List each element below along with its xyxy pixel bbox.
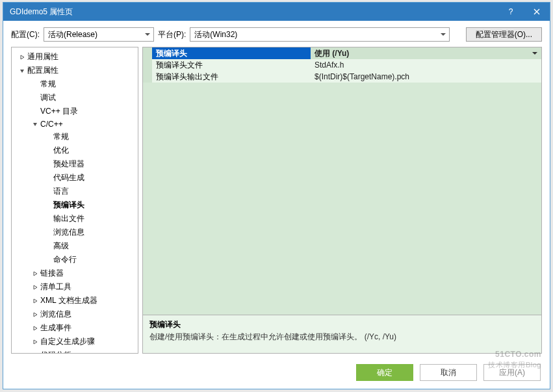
grid-row[interactable]: 预编译头文件StdAfx.h bbox=[143, 59, 541, 71]
property-grid: 预编译头 使用 (/Yu) 预编译头文件StdAfx.h预编译头输出文件$(In… bbox=[143, 47, 541, 315]
tree-item-label: 优化 bbox=[53, 145, 69, 156]
tree-item-label: 代码生成 bbox=[53, 172, 84, 183]
grid-cell-name: 预编译头文件 bbox=[143, 59, 311, 71]
chevron-right-icon[interactable] bbox=[31, 338, 39, 346]
tree-item-label: 输出文件 bbox=[53, 213, 84, 224]
tree-spacer bbox=[44, 242, 52, 250]
tree-item[interactable]: 常规 bbox=[12, 130, 138, 144]
tree-item[interactable]: 代码生成 bbox=[12, 171, 138, 185]
chevron-right-icon[interactable] bbox=[31, 352, 39, 354]
tree-item[interactable]: C/C++ bbox=[12, 118, 138, 130]
cancel-button[interactable]: 取消 bbox=[420, 364, 477, 381]
tree-spacer bbox=[44, 215, 52, 223]
description-text: 创建/使用预编译头：在生成过程中允许创建或使用预编译头。 (/Yc, /Yu) bbox=[149, 332, 535, 343]
tree-item-label: 高级 bbox=[53, 241, 69, 252]
tree-item-label: 生成事件 bbox=[40, 322, 71, 333]
tree-item[interactable]: 高级 bbox=[12, 239, 138, 253]
tree-item[interactable]: 配置属性 bbox=[12, 64, 138, 77]
window-title: GDIdemo5 属性页 bbox=[10, 7, 498, 18]
grid-cell-value[interactable]: $(IntDir)$(TargetName).pch bbox=[311, 71, 541, 83]
tree-item-label: 清单工具 bbox=[40, 281, 71, 293]
tree-item[interactable]: 浏览信息 bbox=[12, 226, 138, 239]
close-icon bbox=[534, 8, 540, 15]
property-tree[interactable]: 通用属性配置属性常规调试VC++ 目录C/C++常规优化预处理器代码生成语言预编… bbox=[11, 47, 138, 354]
tree-item[interactable]: 预处理器 bbox=[12, 157, 138, 171]
tree-item[interactable]: 链接器 bbox=[12, 267, 138, 280]
chevron-down-icon[interactable] bbox=[31, 120, 39, 128]
help-button[interactable]: ? bbox=[498, 3, 524, 21]
grid-header-row[interactable]: 预编译头 使用 (/Yu) bbox=[143, 47, 541, 59]
tree-item[interactable]: 代码分析 bbox=[12, 348, 138, 354]
chevron-right-icon[interactable] bbox=[31, 297, 39, 305]
tree-item[interactable]: 优化 bbox=[12, 144, 138, 157]
grid-header-value[interactable]: 使用 (/Yu) bbox=[311, 47, 541, 59]
chevron-right-icon[interactable] bbox=[31, 283, 39, 291]
titlebar: GDIdemo5 属性页 ? bbox=[3, 3, 550, 21]
tree-item-label: 常规 bbox=[40, 79, 56, 90]
tree-item[interactable]: 自定义生成步骤 bbox=[12, 335, 138, 348]
tree-spacer bbox=[44, 188, 52, 196]
tree-item-label: 自定义生成步骤 bbox=[40, 336, 95, 347]
tree-item[interactable]: 浏览信息 bbox=[12, 307, 138, 321]
tree-item[interactable]: 输出文件 bbox=[12, 212, 138, 226]
platform-label: 平台(P): bbox=[158, 29, 186, 40]
tree-item[interactable]: 生成事件 bbox=[12, 321, 138, 335]
tree-item[interactable]: 命令行 bbox=[12, 253, 138, 267]
tree-spacer bbox=[44, 202, 52, 209]
grid-cell-name: 预编译头输出文件 bbox=[143, 71, 311, 83]
config-manager-button[interactable]: 配置管理器(O)... bbox=[466, 27, 542, 42]
tree-item-label: 常规 bbox=[53, 131, 69, 142]
tree-item-label: XML 文档生成器 bbox=[40, 295, 97, 306]
tree-item[interactable]: 调试 bbox=[12, 91, 138, 105]
tree-item-label: 调试 bbox=[40, 92, 56, 103]
dialog-footer: 确定 取消 应用(A) bbox=[3, 359, 550, 389]
chevron-down-icon[interactable] bbox=[18, 67, 26, 75]
tree-item-label: VC++ 目录 bbox=[40, 106, 78, 117]
tree-item[interactable]: 语言 bbox=[12, 185, 138, 198]
tree-item-label: 浏览信息 bbox=[53, 227, 84, 238]
close-button[interactable] bbox=[524, 3, 550, 21]
tree-item-label: 代码分析 bbox=[40, 350, 71, 354]
config-label: 配置(C): bbox=[11, 29, 40, 40]
ok-button[interactable]: 确定 bbox=[356, 364, 413, 381]
tree-item-label: C/C++ bbox=[40, 120, 63, 129]
tree-item[interactable]: XML 文档生成器 bbox=[12, 294, 138, 307]
config-combo[interactable]: 活动(Release) bbox=[44, 27, 154, 42]
tree-spacer bbox=[44, 161, 52, 168]
tree-item[interactable]: 通用属性 bbox=[12, 50, 138, 64]
tree-item-label: 配置属性 bbox=[27, 65, 58, 76]
toolbar: 配置(C): 活动(Release) 平台(P): 活动(Win32) 配置管理… bbox=[3, 21, 550, 47]
grid-header-name: 预编译头 bbox=[143, 47, 311, 59]
tree-item-label: 命令行 bbox=[53, 254, 77, 265]
tree-item-label: 预处理器 bbox=[53, 159, 84, 170]
chevron-right-icon[interactable] bbox=[31, 270, 39, 278]
tree-spacer bbox=[31, 108, 39, 116]
platform-combo[interactable]: 活动(Win32) bbox=[190, 27, 450, 42]
chevron-right-icon[interactable] bbox=[31, 311, 39, 319]
apply-button[interactable]: 应用(A) bbox=[483, 364, 541, 381]
tree-spacer bbox=[44, 174, 52, 182]
description-panel: 预编译头 创建/使用预编译头：在生成过程中允许创建或使用预编译头。 (/Yc, … bbox=[143, 315, 541, 353]
chevron-right-icon[interactable] bbox=[31, 324, 39, 332]
tree-spacer bbox=[31, 81, 39, 88]
chevron-right-icon[interactable] bbox=[18, 53, 26, 61]
tree-item-label: 预编译头 bbox=[53, 200, 84, 211]
tree-item[interactable]: 清单工具 bbox=[12, 280, 138, 294]
tree-spacer bbox=[44, 133, 52, 141]
tree-spacer bbox=[44, 147, 52, 155]
tree-item[interactable]: 预编译头 bbox=[12, 198, 138, 212]
tree-item[interactable]: VC++ 目录 bbox=[12, 105, 138, 118]
description-title: 预编译头 bbox=[149, 319, 535, 330]
grid-row[interactable]: 预编译头输出文件$(IntDir)$(TargetName).pch bbox=[143, 71, 541, 83]
grid-cell-value[interactable]: StdAfx.h bbox=[311, 59, 541, 71]
tree-item-label: 链接器 bbox=[40, 268, 64, 279]
tree-item-label: 通用属性 bbox=[27, 51, 58, 62]
tree-spacer bbox=[44, 229, 52, 237]
tree-spacer bbox=[31, 94, 39, 102]
tree-item-label: 浏览信息 bbox=[40, 309, 71, 320]
tree-item[interactable]: 常规 bbox=[12, 77, 138, 91]
tree-spacer bbox=[44, 256, 52, 264]
tree-item-label: 语言 bbox=[53, 186, 69, 197]
